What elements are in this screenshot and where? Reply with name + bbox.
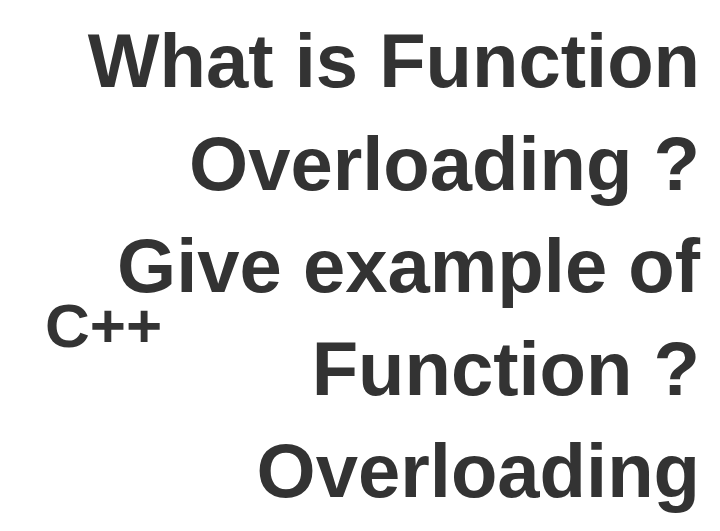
content-container: C++ What is Function Overloading ? Give … xyxy=(0,0,720,531)
question-text: What is Function Overloading ? Give exam… xyxy=(80,10,700,523)
